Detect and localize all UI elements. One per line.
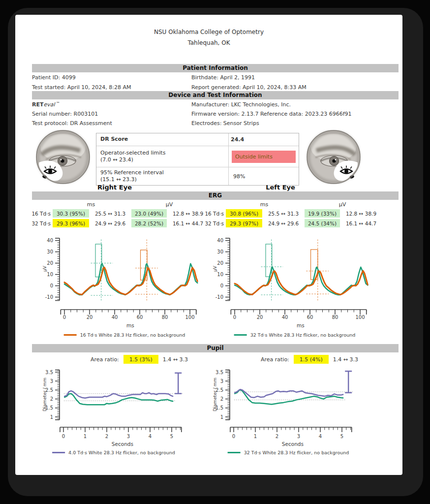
manufacturer: Manufacturer: LKC Technologies, Inc. bbox=[191, 101, 291, 108]
area-ratio-left-eye: Area ratio: 1.5 (4%) 1.4 ↔ 3.3 bbox=[246, 355, 373, 364]
firmware-version: Firmware version: 2.13.7 Reference data:… bbox=[191, 111, 352, 117]
ms-reference-range: 24.9 ↔ 29.6 bbox=[264, 220, 303, 226]
table-row: Operator-selected limits (7.0 ↔ 23.4) Ou… bbox=[96, 146, 299, 167]
svg-text:2: 2 bbox=[276, 434, 278, 439]
svg-text:3: 3 bbox=[297, 434, 300, 439]
electrodes: Electrodes: Sensor Strips bbox=[191, 120, 259, 126]
svg-text:3.5: 3.5 bbox=[45, 370, 53, 375]
device-brand: RETeval ™ bbox=[32, 101, 60, 108]
svg-text:1: 1 bbox=[254, 434, 257, 439]
area-ratio-label: Area ratio: bbox=[261, 356, 289, 363]
uv-value-chip: 23.0 (49%) bbox=[131, 209, 167, 218]
right-eye-photo bbox=[36, 130, 90, 184]
svg-text:3: 3 bbox=[50, 378, 53, 384]
svg-text:30: 30 bbox=[217, 249, 223, 254]
right-eye-label: Right Eye bbox=[97, 184, 132, 191]
svg-text:3: 3 bbox=[127, 434, 130, 439]
reference-interval-value: 98% bbox=[231, 173, 297, 180]
uv-value-chip: 24.5 (34%) bbox=[305, 219, 340, 227]
report-page: NSU Oklahoma College of Optometry Tahleq… bbox=[15, 15, 402, 475]
svg-text:1: 1 bbox=[84, 434, 87, 439]
svg-text:80: 80 bbox=[332, 315, 338, 320]
svg-text:40: 40 bbox=[47, 238, 53, 243]
svg-text:20: 20 bbox=[217, 260, 223, 266]
dr-score-label: DR Score bbox=[96, 133, 229, 146]
table-row: 95% Reference interval (15.1 ↔ 23.3) 98% bbox=[96, 167, 299, 185]
svg-text:100: 100 bbox=[355, 315, 365, 320]
uv-reference-range: 16.1 ↔ 44.7 bbox=[342, 220, 380, 226]
operator-limits-label: Operator-selected limits (7.0 ↔ 23.4) bbox=[96, 146, 229, 167]
svg-text:1: 1 bbox=[220, 414, 223, 420]
uv-reference-range: 12.8 ↔ 38.9 bbox=[169, 211, 207, 217]
device-brand-italic: eval bbox=[44, 101, 55, 108]
ms-reference-range: 25.5 ↔ 31.3 bbox=[91, 211, 129, 217]
left-eye-label: Left Eye bbox=[266, 184, 295, 191]
clinic-location: Tahlequah, OK bbox=[15, 39, 402, 46]
svg-text:3.5: 3.5 bbox=[215, 370, 223, 375]
svg-text:2: 2 bbox=[50, 396, 53, 402]
uv-value-chip: 19.9 (33%) bbox=[305, 209, 340, 218]
svg-text:Seconds: Seconds bbox=[282, 441, 304, 447]
device-info-header: Device and Test Information bbox=[32, 91, 399, 99]
svg-text:40: 40 bbox=[282, 315, 288, 320]
area-ratio-value-chip: 1.5 (3%) bbox=[123, 355, 158, 364]
svg-text:5: 5 bbox=[340, 434, 343, 439]
stimulus-label: 32 Td·s bbox=[204, 220, 224, 226]
ms-value-chip: 29.3 (96%) bbox=[53, 219, 89, 227]
svg-text:0: 0 bbox=[63, 315, 66, 320]
svg-text:-10: -10 bbox=[215, 294, 223, 300]
ms-reference-range: 24.9 ↔ 29.6 bbox=[91, 220, 129, 226]
area-ratio-range: 1.4 ↔ 3.3 bbox=[333, 356, 358, 363]
svg-text:60: 60 bbox=[137, 315, 143, 320]
pupil-section-header: Pupil bbox=[32, 344, 399, 352]
svg-text:1: 1 bbox=[50, 414, 53, 420]
ms-value-chip: 29.3 (97%) bbox=[226, 219, 262, 227]
svg-text:ms: ms bbox=[126, 322, 134, 328]
erg-legend-right-eye: 16 Td·s White 28.3 Hz flicker, no backgr… bbox=[64, 332, 185, 338]
ms-value-chip: 30.8 (96%) bbox=[226, 209, 262, 218]
uv-column-header: µV bbox=[131, 201, 207, 208]
erg-section-header: ERG bbox=[32, 191, 399, 200]
svg-text:100: 100 bbox=[185, 315, 194, 320]
uv-reference-range: 16.1 ↔ 44.7 bbox=[169, 220, 207, 226]
dr-score-table: DR Score 24.4 Operator-selected limits (… bbox=[96, 133, 299, 186]
svg-text:ms: ms bbox=[297, 322, 305, 328]
svg-text:30: 30 bbox=[47, 249, 53, 254]
ms-column-header: ms bbox=[226, 201, 303, 208]
svg-text:4: 4 bbox=[319, 434, 322, 439]
pupil-chart-right-eye: 3.532.521.51012345SecondsDiameter / mm bbox=[42, 366, 204, 450]
dr-score-value: 24.4 bbox=[229, 133, 299, 146]
stimulus-label: 16 Td·s bbox=[31, 211, 51, 217]
birthdate: Birthdate: April 2, 1991 bbox=[191, 74, 255, 81]
svg-text:40: 40 bbox=[112, 315, 118, 320]
svg-text:60: 60 bbox=[307, 315, 313, 320]
erg-table-right-eye: ms µV 16 Td·s 30.3 (95%) 25.5 ↔ 31.3 23.… bbox=[31, 201, 207, 227]
svg-text:-10: -10 bbox=[45, 294, 53, 300]
legend-line-swatch bbox=[228, 452, 241, 453]
ms-reference-range: 25.5 ↔ 31.3 bbox=[264, 211, 303, 217]
uv-reference-range: 12.8 ↔ 38.9 bbox=[342, 211, 380, 217]
report-generated: Report generated: April 10, 2024, 8:33 A… bbox=[191, 84, 307, 91]
legend-label: 32 Td·s White 28.3 Hz flicker, no backgr… bbox=[244, 450, 349, 455]
operator-limits-cell: Outside limits bbox=[229, 146, 299, 167]
table-row: DR Score 24.4 bbox=[96, 133, 299, 146]
svg-text:Diameter / mm: Diameter / mm bbox=[42, 378, 47, 411]
clinic-name: NSU Oklahoma College of Optometry bbox=[15, 29, 402, 35]
pupil-chart-left-eye: 3.532.521.51012345SecondsDiameter / mm bbox=[212, 366, 374, 450]
area-ratio-range: 1.4 ↔ 3.3 bbox=[163, 356, 188, 363]
test-protocol: Test protocol: DR Assessment bbox=[32, 120, 112, 126]
svg-text:4: 4 bbox=[149, 434, 152, 439]
legend-line-swatch bbox=[234, 334, 247, 336]
erg-chart-right-eye: 403020100-10020406080100msµV bbox=[42, 233, 204, 332]
serial-number: Serial number: R003101 bbox=[32, 111, 98, 117]
svg-text:2: 2 bbox=[105, 434, 108, 439]
ms-value-chip: 30.3 (95%) bbox=[53, 209, 89, 218]
reference-interval-label: 95% Reference interval (15.1 ↔ 23.3) bbox=[96, 167, 229, 185]
svg-text:40: 40 bbox=[217, 238, 223, 243]
stimulus-label: 32 Td·s bbox=[31, 220, 51, 226]
svg-text:3: 3 bbox=[220, 378, 223, 384]
uv-column-header: µV bbox=[305, 201, 380, 208]
pupil-legend-right-eye: 4.0 Td·s White 28.3 Hz flicker, no backg… bbox=[52, 450, 175, 455]
svg-text:10: 10 bbox=[217, 272, 223, 277]
patient-info-header: Patient Information bbox=[32, 64, 399, 72]
